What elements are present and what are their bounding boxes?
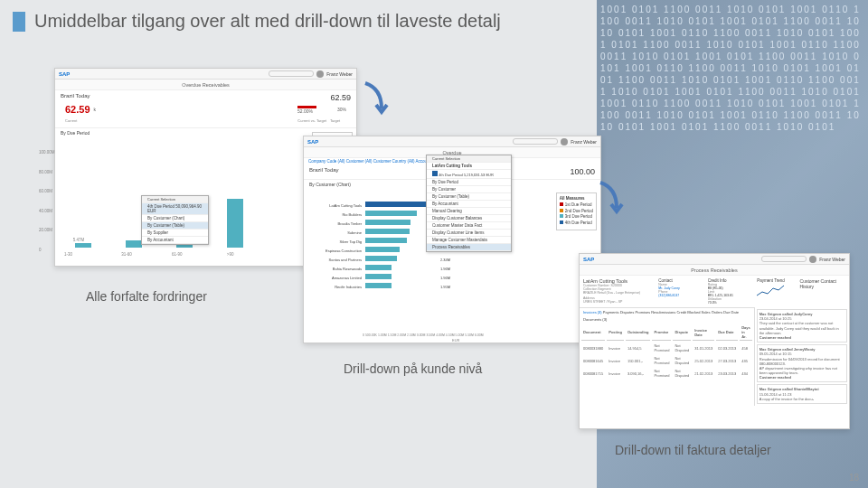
trend-sparkline xyxy=(757,283,784,299)
app-customer-drill: SAP Franz Weber Overdue Company Code (Al… xyxy=(303,136,601,343)
caption-2: Drill-down på kunde nivå xyxy=(344,361,482,376)
sap-logo: SAP xyxy=(59,71,70,77)
ctx-item[interactable]: By Customer (Table) xyxy=(142,222,208,230)
ctx-item[interactable]: By Accountant xyxy=(142,237,208,244)
arrow-icon xyxy=(597,181,624,217)
app3-title: Process Receivables xyxy=(580,265,849,276)
tab[interactable]: Disputes xyxy=(620,310,635,314)
invoice-table: DocumentPostingOutstandingPromiseDispute… xyxy=(580,323,754,380)
drill-item[interactable]: Customer Master Data Fact xyxy=(427,222,511,230)
caption-1: Alle forfalte fordringer xyxy=(86,289,207,304)
customer-label: Brazil Today xyxy=(309,167,339,176)
table-row[interactable]: 0080031880Invoice14.954,5Not PromisedNot… xyxy=(581,343,752,353)
search-input[interactable] xyxy=(269,70,314,77)
current-label: Current xyxy=(65,118,77,123)
avatar[interactable] xyxy=(561,138,568,145)
history-note: Max Grignon called JennyWooty09.05.2014 … xyxy=(757,344,847,382)
caption-3: Drill-down til faktura detaljer xyxy=(615,443,771,457)
kpi-right: 62.59 xyxy=(330,93,351,102)
slide-title-bar: Umiddelbar tilgang over alt med drill-do… xyxy=(13,11,501,32)
header-right: Franz Weber xyxy=(269,70,353,78)
app1-title: Overdue Receivables xyxy=(55,80,356,90)
tab-invoices[interactable]: Invoices (3) xyxy=(583,310,602,314)
drill-menu[interactable]: Current Selection LatAm Cutting Tools 4t… xyxy=(426,155,512,252)
target-pct: 30% xyxy=(337,107,346,112)
drill-item[interactable]: By Customer xyxy=(427,186,511,193)
avatar[interactable] xyxy=(316,70,324,78)
customer-label: Brazil Today xyxy=(61,93,90,102)
sap-logo: SAP xyxy=(583,257,594,262)
history-note: Max Grignon called ShantellBaytoi15.06.2… xyxy=(757,384,847,404)
title-accent xyxy=(13,12,25,32)
tab[interactable]: Credit Blocked Sales Orders xyxy=(676,310,722,314)
history-heading: Customer Contact History xyxy=(800,278,845,289)
legend: All Measures 1st Due Period 2nd Due Peri… xyxy=(556,192,597,230)
drill-item[interactable]: Display Customer Balances xyxy=(427,215,511,222)
search-input[interactable] xyxy=(761,256,807,262)
drill-item[interactable]: Manage Customer Masterdata xyxy=(427,237,511,244)
tab[interactable]: Payments xyxy=(603,310,619,314)
drill-item[interactable]: Manual Clearing xyxy=(427,208,511,215)
user-name: Franz Weber xyxy=(326,71,353,77)
tab[interactable]: Promises xyxy=(635,310,650,314)
kpi: 100.00 xyxy=(570,167,595,176)
arrow-icon xyxy=(362,81,389,117)
phone-link[interactable]: (312)386-8247 xyxy=(658,294,703,297)
table-row[interactable]: 0080081645Invoice150.001,-Not PromisedNo… xyxy=(581,355,752,366)
kpi-unit: k xyxy=(94,107,97,112)
avatar[interactable] xyxy=(809,256,816,263)
drill-item-selected[interactable]: Process Receivables xyxy=(427,244,511,251)
drill-item[interactable]: By Accountant xyxy=(427,201,511,208)
kpi-value: 62.59 xyxy=(65,104,90,115)
slide-title: Umiddelbar tilgang over alt med drill-do… xyxy=(34,11,501,32)
history-note: Max Grignon called JudyCorey23.04.2014 a… xyxy=(757,309,847,343)
cvt-label: Current vs. Target xyxy=(297,118,326,123)
page-number: 18 xyxy=(849,473,859,483)
drill-item[interactable]: Display Customer Line Items xyxy=(427,230,511,237)
drill-item[interactable]: By Due Period xyxy=(427,179,511,186)
app-invoice-detail: SAP Franz Weber Process Receivables LatA… xyxy=(579,253,850,429)
app1-header: SAP Franz Weber xyxy=(55,69,356,80)
target-label: Target xyxy=(330,118,346,123)
tab[interactable]: Due Date xyxy=(723,310,739,314)
ctx-item[interactable]: By Supplier xyxy=(142,230,208,237)
cvt-pct: 52.00% xyxy=(297,108,313,114)
context-menu[interactable]: Current Selection 4th Due Period 50,090,… xyxy=(141,195,209,245)
tab[interactable]: Resubmissions xyxy=(651,310,675,314)
drill-item[interactable]: By Customer (Table) xyxy=(427,193,511,201)
app3-header: SAP Franz Weber xyxy=(580,254,849,265)
app2-header: SAP Franz Weber xyxy=(304,136,600,147)
search-input[interactable] xyxy=(513,138,558,145)
sap-logo: SAP xyxy=(307,139,318,145)
ctx-item[interactable]: By Customer (Chart) xyxy=(142,215,208,222)
table-row[interactable]: 0080081715Invoice3.090,16,-Not PromisedN… xyxy=(581,368,752,379)
